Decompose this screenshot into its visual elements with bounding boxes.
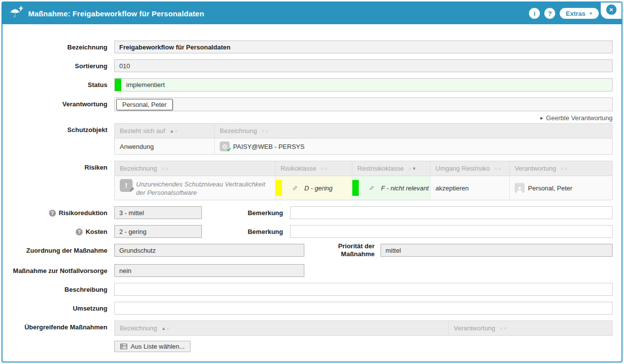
sort-desc-icon: ∨ [175, 129, 179, 134]
close-button[interactable]: × [606, 4, 617, 15]
verantwortung-field[interactable]: Personal, Peter [114, 97, 613, 111]
sort-control[interactable]: ∧∨ [494, 166, 502, 171]
kosten-label: ? Kosten [2, 225, 107, 235]
kosten-select[interactable]: 2 - gering [114, 225, 202, 238]
column-risikoklasse: Risikoklasse ∧∨ [276, 161, 352, 176]
uebergreifende-table-header: Bezeichnung ▲∨ Verantwortung ∧∨ [115, 321, 612, 335]
row-sortierung: Sortierung [2, 59, 613, 72]
sort-asc-icon: ▲ [170, 129, 175, 134]
sort-desc-icon: ∨ [165, 166, 169, 171]
beschreibung-label: Beschreibung [2, 283, 107, 293]
column-bezieht-sich-auf: Bezieht sich auf ▲∨ [115, 124, 215, 138]
sortierung-input[interactable] [114, 59, 613, 72]
aus-liste-button[interactable]: Aus Liste wählen... [114, 341, 191, 352]
column-restrisikoklasse: Restrisikoklasse ∧▼ [352, 161, 431, 176]
bemerkung-kosten-input[interactable] [290, 225, 613, 238]
person-chip[interactable]: Personal, Peter [116, 99, 173, 110]
sort-control[interactable]: ▲∨ [161, 326, 170, 331]
row-verantwortung: Verantwortung Personal, Peter [2, 97, 613, 111]
window-title: Maßnahme: Freigabeworkflow für Personald… [28, 9, 204, 18]
column-bezeichnung: Bezeichnung ∧∨ [215, 124, 612, 138]
sort-desc-icon: ∨ [265, 129, 269, 134]
lightning-icon [19, 5, 23, 12]
row-zuordnung: Zuordnung der Maßnahme Grundschutz Prior… [2, 244, 613, 258]
collapsed-arrow-icon: ▸ [540, 115, 543, 121]
titlebar: ☂ Maßnahme: Freigabeworkflow für Persona… [2, 2, 622, 24]
sort-control[interactable]: ∧∨ [161, 166, 169, 171]
bemerkung-label: Bemerkung [209, 206, 283, 217]
sort-asc-icon: ∧ [261, 129, 265, 134]
zuordnung-select[interactable]: Grundschutz [114, 244, 304, 257]
sort-control[interactable]: ∧▼ [408, 166, 417, 171]
beschreibung-input[interactable] [114, 283, 613, 296]
info-icon: i [534, 10, 536, 17]
bezeichnung-input[interactable] [114, 41, 613, 53]
risikoreduktion-select[interactable]: 3 - mittel [114, 206, 202, 219]
umsetzung-input[interactable] [114, 302, 613, 315]
column-risiko-bezeichnung: Bezeichnung ∧∨ [115, 161, 276, 176]
close-notch: × [601, 2, 622, 19]
measure-detail-window: ☂ Maßnahme: Freigabeworkflow für Persona… [1, 1, 623, 363]
row-schutzobjekt: Schutzobjekt Bezieht sich auf ▲∨ Bezeich… [2, 123, 613, 155]
row-status: Status implementiert [2, 78, 613, 91]
bezeichnung-label: Bezeichnung [2, 41, 107, 51]
risk-verantwortung-value: Personal, Peter [528, 184, 573, 192]
row-notfallvorsorge: Maßnahme zur Notfallvorsorge nein [2, 264, 613, 277]
list-icon [120, 344, 127, 349]
table-row[interactable]: Anwendung ⚙ ✔ PAISY@WEB - PERSYS [115, 138, 612, 154]
schutzobjekt-name[interactable]: PAISY@WEB - PERSYS [233, 143, 304, 150]
status-field[interactable]: implementiert [114, 78, 613, 91]
info-button[interactable]: i [529, 8, 540, 19]
sort-desc-icon: ∨ [498, 166, 502, 171]
risikoreduktion-label: ? Risikoreduktion [2, 206, 107, 217]
person-icon [515, 183, 525, 193]
sort-asc-icon: ∧ [321, 166, 325, 171]
umsetzung-label: Umsetzung [2, 302, 107, 312]
status-value: implementiert [121, 79, 170, 91]
umbrella-lightning-icon: ☂ [9, 7, 24, 19]
risiken-table-header: Bezeichnung ∧∨ Risikoklasse ∧∨ Restrisik… [115, 161, 612, 176]
sort-control[interactable]: ∧∨ [321, 166, 328, 171]
sort-control[interactable]: ∧∨ [261, 129, 269, 134]
cell-risiko-bezeichnung: ! ✎ Unzureichendes Schutzniveau Vertraul… [115, 176, 276, 200]
cell-restrisikoklasse[interactable]: ✎ F - nicht relevant [352, 176, 431, 200]
notfallvorsorge-select[interactable]: nein [114, 264, 304, 277]
sort-desc-icon: ∨ [325, 166, 329, 171]
risiken-table: Bezeichnung ∧∨ Risikoklasse ∧∨ Restrisik… [114, 161, 613, 200]
sort-desc-icon: ∨ [166, 326, 170, 331]
prioritaet-select[interactable]: mittel [381, 244, 613, 257]
extras-button[interactable]: Extras ▼ [560, 8, 599, 19]
row-aus-liste: Aus Liste wählen... [2, 341, 613, 352]
help-icon[interactable]: ? [49, 210, 56, 217]
notfallvorsorge-label: Maßnahme zur Notfallvorsorge [2, 264, 107, 274]
row-risikoreduktion: ? Risikoreduktion 3 - mittel Bemerkung [2, 206, 613, 219]
restrisikoklasse-value: F - nicht relevant [381, 184, 429, 192]
bemerkung-risiko-input[interactable] [290, 206, 613, 219]
zuordnung-label: Zuordnung der Maßnahme [2, 244, 107, 254]
titlebar-actions: i ? Extras ▼ [529, 8, 599, 19]
risikoklasse-color-bar [276, 180, 282, 196]
help-button[interactable]: ? [544, 8, 555, 19]
edit-pencil-icon: ✎ [368, 185, 375, 191]
geerbte-verantwortung-link[interactable]: Geerbte Verantwortung [546, 114, 613, 122]
application-icon: ⚙ ✔ [220, 141, 230, 151]
row-beschreibung: Beschreibung [2, 283, 613, 296]
cell-umgang-restrisiko: akzeptieren [431, 176, 510, 200]
sort-control[interactable]: ▲∨ [170, 129, 179, 134]
schutzobjekt-label: Schutzobjekt [2, 123, 107, 134]
cell-risikoklasse[interactable]: ✎ D - gering [276, 176, 352, 200]
row-bezeichnung: Bezeichnung [2, 41, 613, 53]
sort-control[interactable]: ∧∨ [500, 326, 507, 331]
risk-name-text[interactable]: Unzureichendes Schutzniveau Vertraulichk… [136, 179, 270, 197]
table-row[interactable]: ! ✎ Unzureichendes Schutzniveau Vertraul… [115, 176, 612, 200]
status-color-bar [115, 79, 121, 91]
sort-desc-icon: ∨ [564, 166, 568, 171]
cell-bezieht-sich-auf: Anwendung [115, 138, 215, 154]
schutzobjekt-table-header: Bezieht sich auf ▲∨ Bezeichnung ∧∨ [115, 124, 612, 138]
help-icon: ? [548, 10, 552, 17]
sort-control[interactable]: ∧∨ [561, 166, 568, 171]
schutzobjekt-table: Bezieht sich auf ▲∨ Bezeichnung ∧∨ Anwen… [114, 123, 613, 155]
help-icon[interactable]: ? [76, 228, 83, 235]
row-uebergreifende-massnahmen: Übergreifende Maßnahmen Bezeichnung ▲∨ V… [2, 320, 613, 336]
extras-label: Extras [566, 10, 585, 17]
